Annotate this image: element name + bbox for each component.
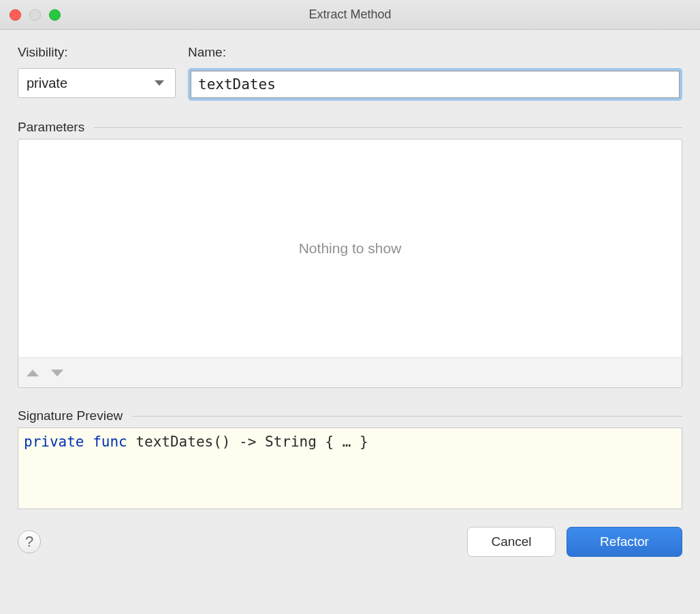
signature-rest: textDates() -> String { … } <box>127 434 368 450</box>
chevron-down-icon <box>155 80 164 86</box>
traffic-lights <box>10 9 61 20</box>
name-input[interactable] <box>191 71 680 98</box>
visibility-label: Visibility: <box>18 45 176 60</box>
close-window-button[interactable] <box>10 9 21 20</box>
titlebar: Extract Method <box>0 0 700 30</box>
section-rule <box>132 416 682 417</box>
keyword-func: func <box>93 434 127 450</box>
name-input-focus-ring <box>188 68 682 101</box>
refactor-button[interactable]: Refactor <box>567 527 682 557</box>
parameters-header: Parameters <box>18 120 682 135</box>
arrow-down-icon <box>51 370 63 376</box>
signature-section: Signature Preview private func textDates… <box>18 408 682 509</box>
window-title: Extract Method <box>308 7 391 22</box>
parameters-title: Parameters <box>18 120 84 135</box>
parameters-box: Nothing to show <box>18 139 682 388</box>
minimize-window-button <box>29 9 41 20</box>
visibility-field-group: Visibility: private <box>18 45 176 101</box>
parameters-empty-area: Nothing to show <box>18 140 682 357</box>
top-row: Visibility: private Name: <box>18 45 682 101</box>
dialog-content: Visibility: private Name: Parameters Not… <box>0 30 700 570</box>
move-up-button[interactable] <box>27 370 39 376</box>
parameters-empty-text: Nothing to show <box>299 240 402 257</box>
zoom-window-button[interactable] <box>49 9 61 20</box>
signature-title: Signature Preview <box>18 408 123 423</box>
signature-preview-box: private func textDates() -> String { … } <box>18 427 682 509</box>
move-down-button[interactable] <box>51 370 63 376</box>
signature-header: Signature Preview <box>18 408 682 423</box>
cancel-button[interactable]: Cancel <box>467 527 556 557</box>
question-icon: ? <box>25 533 33 551</box>
keyword-private: private <box>24 434 84 450</box>
name-label: Name: <box>188 45 682 60</box>
section-rule <box>94 127 682 128</box>
dialog-footer: ? Cancel Refactor <box>18 527 682 557</box>
help-button[interactable]: ? <box>18 530 41 553</box>
visibility-select-value: private <box>27 76 155 91</box>
arrow-up-icon <box>27 370 39 376</box>
parameters-toolbar <box>18 357 682 387</box>
visibility-select[interactable]: private <box>18 68 176 98</box>
name-field-group: Name: <box>188 45 682 101</box>
